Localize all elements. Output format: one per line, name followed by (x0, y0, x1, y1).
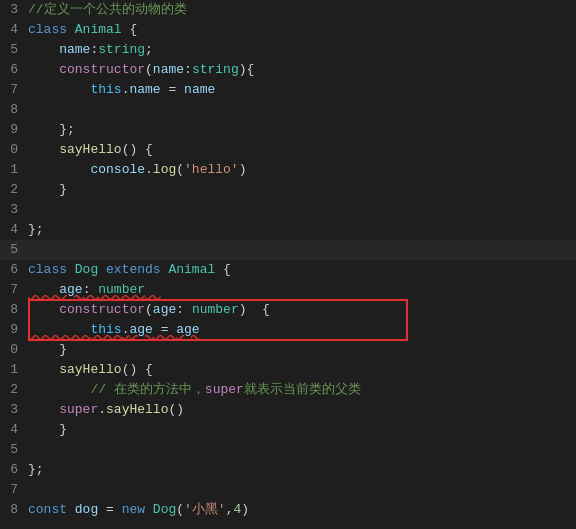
line-content-25: const dog = new Dog('小黑',4) (28, 500, 576, 520)
line-7: 0 sayHello() { (0, 140, 576, 160)
line-number-10: 3 (0, 200, 28, 220)
line-number-0: 3 (0, 0, 28, 20)
line-content-6: }; (28, 120, 576, 140)
line-content-8: console.log('hello') (28, 160, 576, 180)
line-0: 3//定义一个公共的动物的类 (0, 0, 576, 20)
code-editor: 3//定义一个公共的动物的类4class Animal {5 name:stri… (0, 0, 576, 529)
line-number-7: 0 (0, 140, 28, 160)
line-4: 7 this.name = name (0, 80, 576, 100)
line-number-9: 2 (0, 180, 28, 200)
line-content-16: this.age = age (28, 320, 576, 340)
line-content-7: sayHello() { (28, 140, 576, 160)
line-content-23: }; (28, 460, 576, 480)
line-12: 5 (0, 240, 576, 260)
line-24: 7 (0, 480, 576, 500)
line-15: 8 constructor(age: number) { (0, 300, 576, 320)
line-number-25: 8 (0, 500, 28, 520)
line-number-20: 3 (0, 400, 28, 420)
line-17: 0 } (0, 340, 576, 360)
line-6: 9 }; (0, 120, 576, 140)
line-content-19: // 在类的方法中，super就表示当前类的父类 (28, 380, 576, 400)
line-21: 4 } (0, 420, 576, 440)
line-number-3: 6 (0, 60, 28, 80)
line-content-15: constructor(age: number) { (28, 300, 576, 320)
line-19: 2 // 在类的方法中，super就表示当前类的父类 (0, 380, 576, 400)
line-content-14: age: number (28, 280, 576, 300)
line-23: 6}; (0, 460, 576, 480)
line-number-1: 4 (0, 20, 28, 40)
line-number-24: 7 (0, 480, 28, 500)
line-number-15: 8 (0, 300, 28, 320)
line-number-6: 9 (0, 120, 28, 140)
line-content-0: //定义一个公共的动物的类 (28, 0, 576, 20)
line-10: 3 (0, 200, 576, 220)
line-number-14: 7 (0, 280, 28, 300)
line-content-13: class Dog extends Animal { (28, 260, 576, 280)
line-number-19: 2 (0, 380, 28, 400)
line-content-11: }; (28, 220, 576, 240)
line-number-5: 8 (0, 100, 28, 120)
line-number-12: 5 (0, 240, 28, 260)
line-number-23: 6 (0, 460, 28, 480)
line-number-21: 4 (0, 420, 28, 440)
line-content-21: } (28, 420, 576, 440)
line-number-16: 9 (0, 320, 28, 340)
line-number-13: 6 (0, 260, 28, 280)
line-number-17: 0 (0, 340, 28, 360)
code-area: 3//定义一个公共的动物的类4class Animal {5 name:stri… (0, 0, 576, 520)
line-16: 9 this.age = age (0, 320, 576, 340)
line-8: 1 console.log('hello') (0, 160, 576, 180)
line-content-18: sayHello() { (28, 360, 576, 380)
line-13: 6class Dog extends Animal { (0, 260, 576, 280)
line-content-3: constructor(name:string){ (28, 60, 576, 80)
line-content-20: super.sayHello() (28, 400, 576, 420)
line-25: 8const dog = new Dog('小黑',4) (0, 500, 576, 520)
line-14: 7 age: number (0, 280, 576, 300)
line-5: 8 (0, 100, 576, 120)
line-number-22: 5 (0, 440, 28, 460)
line-number-8: 1 (0, 160, 28, 180)
line-content-4: this.name = name (28, 80, 576, 100)
line-11: 4}; (0, 220, 576, 240)
line-1: 4class Animal { (0, 20, 576, 40)
line-18: 1 sayHello() { (0, 360, 576, 380)
line-3: 6 constructor(name:string){ (0, 60, 576, 80)
line-number-11: 4 (0, 220, 28, 240)
line-2: 5 name:string; (0, 40, 576, 60)
line-content-17: } (28, 340, 576, 360)
line-content-1: class Animal { (28, 20, 576, 40)
line-number-4: 7 (0, 80, 28, 100)
line-20: 3 super.sayHello() (0, 400, 576, 420)
line-22: 5 (0, 440, 576, 460)
line-9: 2 } (0, 180, 576, 200)
line-content-2: name:string; (28, 40, 576, 60)
line-number-2: 5 (0, 40, 28, 60)
line-number-18: 1 (0, 360, 28, 380)
line-content-9: } (28, 180, 576, 200)
